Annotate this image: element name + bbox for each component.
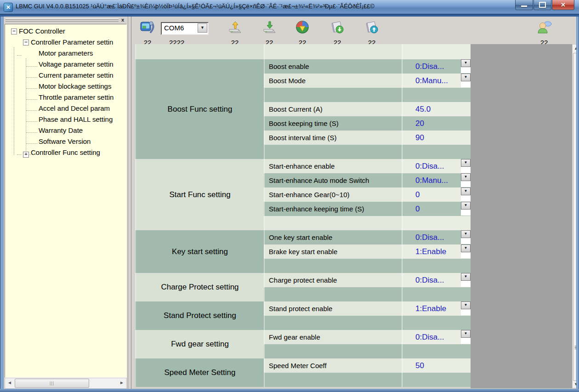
param-label: Start-enhance Auto mode Switch: [264, 173, 402, 187]
parameter-table: Boost Func setting Boost enable 0:Disa..…: [135, 44, 471, 387]
tree-item-foc-controller[interactable]: FOC Controller: [19, 26, 65, 37]
param-value-editable[interactable]: 20: [402, 116, 471, 131]
value-combobox[interactable]: ▼: [461, 301, 471, 315]
param-value-dropdown[interactable]: 0:Manu... ▼: [402, 74, 471, 88]
group-cell: Charge Protect setting: [135, 273, 264, 301]
tree-item-accel-decel[interactable]: Accel and Decel param: [39, 103, 110, 114]
dropdown-arrow-icon[interactable]: ▼: [461, 74, 471, 81]
tree-item-phase-hall[interactable]: Phase and HALL setting: [39, 114, 113, 125]
table-row: Start-enhance enable 0:Disa... ▼: [264, 159, 471, 173]
minimize-button[interactable]: [515, 0, 533, 10]
table-group: [135, 44, 471, 59]
com-port-select[interactable]: COM6 ▼: [161, 22, 209, 35]
tree-connector: [17, 154, 22, 155]
dropdown-arrow-icon[interactable]: ▼: [461, 202, 471, 210]
tree-expander-collapse[interactable]: −: [23, 40, 29, 45]
tree-item-current-parameter[interactable]: Current parameter settin: [39, 70, 114, 81]
tree-horizontal-scrollbar[interactable]: ◄ ||| ►: [5, 378, 127, 389]
param-value-dropdown[interactable]: 0:Disa... ▼: [402, 330, 471, 344]
value-combobox[interactable]: ▼: [461, 59, 471, 73]
main-pane: 22 COM6 ▼ 2222 22: [131, 17, 577, 389]
table-row: Stand protect enable 1:Enable ▼: [264, 301, 471, 316]
table-row: Fwd gear enable 0:Disa... ▼: [264, 330, 471, 344]
table-group-stand: Stand Protect setting Stand protect enab…: [135, 301, 471, 330]
group-cell: Boost Func setting: [135, 59, 264, 159]
param-value-dropdown[interactable]: 0:Disa... ▼: [402, 230, 471, 244]
dropdown-arrow-icon[interactable]: ▼: [461, 301, 471, 309]
value-combobox[interactable]: ▼: [461, 74, 471, 87]
tree-connector: [17, 55, 22, 56]
tree-connector: [26, 88, 37, 89]
value-combobox[interactable]: ▼: [461, 330, 471, 344]
value-combobox[interactable]: ▼: [461, 244, 471, 258]
value-combobox[interactable]: ▼: [461, 159, 471, 173]
param-value-editable[interactable]: 50: [402, 358, 471, 373]
chart-button[interactable]: 22: [292, 20, 312, 44]
spacer-row: [264, 373, 471, 387]
value-combobox[interactable]: ▼: [461, 273, 471, 287]
dropdown-arrow-icon[interactable]: ▼: [461, 244, 471, 252]
value-combobox[interactable]: ▼: [461, 187, 471, 201]
load-file-button[interactable]: 22: [362, 20, 382, 44]
param-value-dropdown[interactable]: 0 ▼: [402, 187, 471, 202]
close-button[interactable]: ✕: [552, 0, 574, 10]
param-value-dropdown[interactable]: 0:Disa... ▼: [402, 273, 471, 287]
param-value-dropdown[interactable]: 0 ▼: [402, 202, 471, 216]
tree-item-voltage-parameter[interactable]: Voltage parameter settin: [39, 59, 114, 70]
connect-button[interactable]: 22: [137, 20, 158, 44]
value-combobox[interactable]: ▼: [461, 230, 471, 244]
window-border-bottom: [0, 389, 579, 392]
group-cell: Fwd gear setting: [135, 330, 264, 358]
table-group-keystart: Key start setting One key start enable 0…: [135, 230, 471, 273]
save-file-button[interactable]: 22: [327, 20, 347, 44]
tree-item-controller-parameter-setting[interactable]: Controller Parameter settin: [31, 37, 113, 48]
download-params-button[interactable]: 22: [259, 20, 279, 44]
tree-expander-collapse[interactable]: −: [11, 28, 17, 34]
spacer-row: [264, 316, 471, 330]
tree-scrollbar-thumb[interactable]: |||: [15, 379, 89, 388]
tree-connector: [26, 58, 27, 158]
dropdown-arrow-icon[interactable]: ▼: [461, 59, 471, 67]
param-value-editable[interactable]: 45.0: [402, 102, 471, 116]
dropdown-arrow-icon[interactable]: ▼: [461, 187, 471, 195]
tree-connector: [26, 143, 37, 144]
panel-drag-grip[interactable]: [6, 18, 119, 22]
group-cell: Key start setting: [135, 230, 264, 273]
tree-expander-expand[interactable]: +: [23, 152, 29, 158]
dropdown-arrow-icon[interactable]: ▼: [461, 173, 471, 181]
dropdown-arrow-icon[interactable]: ▼: [461, 330, 471, 338]
scroll-left-icon[interactable]: ◄: [5, 378, 14, 387]
value-combobox[interactable]: ▼: [461, 173, 471, 187]
table-row: Start-enhance Auto mode Switch 0:Manu...…: [264, 173, 471, 187]
maximize-button[interactable]: [534, 0, 551, 10]
dropdown-arrow-icon[interactable]: ▼: [461, 273, 471, 281]
tree-item-motor-parameters[interactable]: Motor parameters: [39, 48, 93, 59]
param-label: Boost Mode: [264, 74, 402, 88]
param-value-dropdown[interactable]: 0:Manu... ▼: [402, 173, 471, 187]
caption-buttons: ✕: [515, 0, 574, 10]
navigation-panel: x − − + FOC Controller Controller Parame…: [4, 17, 128, 389]
tree-item-motor-blockage[interactable]: Motor blockage settings: [39, 81, 111, 92]
spacer-row: [264, 88, 471, 102]
tree-item-controller-func-setting[interactable]: Controller Func setting: [31, 147, 100, 158]
value-combobox[interactable]: ▼: [461, 202, 471, 216]
param-value-dropdown[interactable]: 0:Disa... ▼: [402, 159, 471, 173]
tree-item-throttle-parameter[interactable]: Throttle parameter settin: [39, 92, 114, 103]
com-port-dropdown-icon[interactable]: ▼: [198, 23, 207, 33]
panel-close-button[interactable]: x: [119, 17, 126, 23]
param-value-dropdown[interactable]: 0:Disa... ▼: [402, 59, 471, 74]
window-border-right: [576, 17, 579, 389]
dropdown-arrow-icon[interactable]: ▼: [461, 159, 471, 167]
table-row: Boost interval time (S) 90: [264, 131, 471, 145]
tree-item-warranty-date[interactable]: Warranty Date: [39, 125, 83, 136]
param-value-dropdown[interactable]: 1:Enable ▼: [402, 301, 471, 316]
connect-icon: [139, 20, 156, 36]
param-value-dropdown[interactable]: 1:Enable ▼: [402, 244, 471, 259]
tree-item-software-version[interactable]: Software Version: [39, 136, 91, 147]
scroll-right-icon[interactable]: ►: [117, 378, 126, 387]
param-label: Boost keeping time (S): [264, 116, 402, 131]
user-info-button[interactable]: 22: [534, 20, 554, 44]
upload-params-button[interactable]: 22: [225, 20, 245, 44]
param-value-editable[interactable]: 90: [402, 131, 471, 145]
dropdown-arrow-icon[interactable]: ▼: [461, 230, 471, 238]
